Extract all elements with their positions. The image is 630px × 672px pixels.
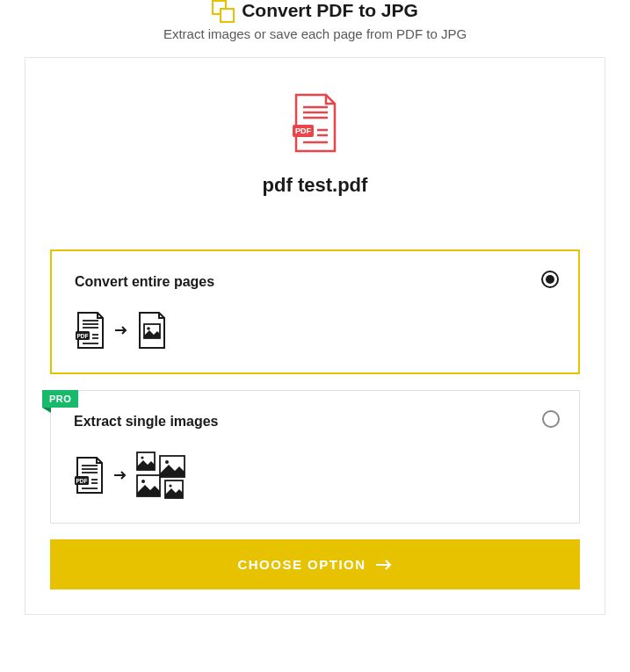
convert-pages-graphic: PDF	[75, 311, 555, 350]
option-title: Convert entire pages	[75, 274, 555, 290]
svg-text:PDF: PDF	[77, 333, 89, 339]
svg-text:PDF: PDF	[295, 126, 312, 135]
file-section: PDF pdf test.pdf	[50, 93, 580, 197]
pdf-file-icon: PDF	[291, 93, 340, 158]
page-subtitle: Extract images or save each page from PD…	[0, 26, 630, 41]
arrow-right-icon	[112, 467, 128, 483]
image-doc-icon	[136, 311, 168, 350]
choose-option-button[interactable]: CHOOSE OPTION	[50, 539, 580, 589]
pro-badge: PRO	[42, 390, 78, 408]
arrow-right-icon	[375, 559, 393, 571]
extract-images-graphic: PDF	[74, 451, 556, 500]
file-name: pdf test.pdf	[50, 174, 580, 197]
svg-point-33	[141, 480, 145, 483]
svg-text:PDF: PDF	[76, 478, 88, 484]
svg-point-29	[141, 456, 143, 459]
arrow-right-icon	[113, 322, 129, 338]
option-convert-pages[interactable]: Convert entire pages PDF	[50, 249, 580, 374]
radio-unselected-icon	[542, 410, 560, 428]
pdf-doc-icon: PDF	[74, 456, 105, 495]
button-label: CHOOSE OPTION	[237, 557, 366, 572]
multiple-images-icon	[135, 451, 188, 500]
option-title: Extract single images	[74, 414, 556, 430]
pdf-doc-icon: PDF	[75, 311, 106, 350]
option-extract-images[interactable]: PRO Extract single images PDF	[50, 390, 580, 524]
radio-selected-icon	[541, 271, 559, 288]
svg-point-19	[147, 327, 150, 330]
main-card: PDF pdf test.pdf Convert entire pages PD…	[25, 57, 605, 615]
svg-rect-1	[221, 9, 234, 22]
svg-point-31	[165, 460, 169, 464]
svg-point-35	[169, 484, 171, 487]
page-header: Convert PDF to JPG Extract images or sav…	[0, 0, 630, 57]
page-title: Convert PDF to JPG	[242, 0, 418, 21]
convert-pdf-jpg-icon	[212, 0, 233, 21]
header-title-row: Convert PDF to JPG	[0, 0, 630, 21]
